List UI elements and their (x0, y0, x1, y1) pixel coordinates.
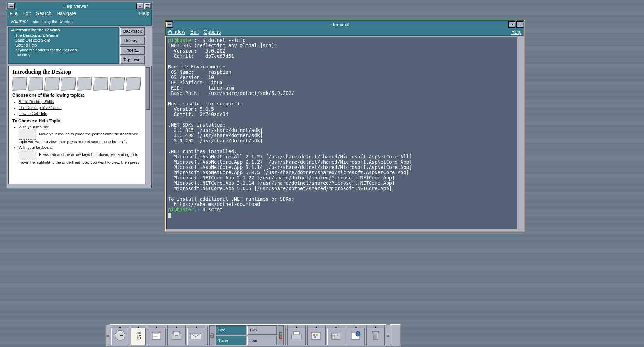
volume-value: Introducing the Desktop (32, 19, 73, 24)
prompt-path: ~ (197, 37, 199, 43)
window-menu-button[interactable] (166, 21, 173, 28)
menu-file[interactable]: File (10, 11, 18, 16)
printer-tray[interactable]: ▲ (287, 325, 306, 345)
printer-icon (290, 330, 303, 340)
menu-edit[interactable]: Edit (190, 29, 199, 35)
volume-bar: Volume: Introducing the Desktop (7, 17, 152, 26)
doc-icon-row (12, 77, 147, 90)
topic-item[interactable]: Getting Help (9, 43, 118, 48)
exit-button[interactable] (278, 325, 284, 345)
doc-link[interactable]: Basic Desktop Skills (19, 99, 54, 104)
appmanager-tray[interactable]: ▲ (327, 325, 345, 345)
info-icon: i (350, 330, 362, 341)
menu-window[interactable]: Window (168, 29, 185, 35)
keyboard-icon (19, 150, 36, 160)
svg-rect-12 (211, 335, 214, 337)
tray-arrow-icon[interactable]: ▲ (308, 325, 325, 328)
svg-rect-13 (279, 332, 282, 335)
topic-item[interactable]: Keyboard Shortcuts for the Desktop (9, 48, 118, 53)
svg-rect-29 (372, 331, 379, 333)
terminal-scrollbar[interactable] (517, 37, 523, 229)
helpviewer-titlebar[interactable]: Help Viewer (7, 2, 152, 10)
command-text: scrot (208, 207, 223, 212)
calendar-tray[interactable]: ▲ Jun 16 (131, 325, 146, 345)
toplevel-button[interactable]: Top Level (120, 56, 145, 64)
notes-icon (61, 77, 76, 90)
topic-root[interactable]: Introducing the Desktop (9, 28, 118, 33)
help-viewer-window: Help Viewer File Edit Search Navigate He… (6, 1, 153, 189)
panel-handle-left[interactable] (105, 324, 110, 346)
svg-point-20 (314, 336, 316, 338)
workspace-three[interactable]: Three (216, 336, 246, 345)
backtrack-button[interactable]: Backtrack (120, 27, 145, 36)
topic-tree[interactable]: Introducing the Desktop The Desktop at a… (8, 27, 119, 64)
trash-tray[interactable]: ▲ (366, 325, 385, 345)
printer-icon (28, 77, 43, 90)
window-menu-button[interactable] (8, 3, 15, 9)
terminal-output[interactable]: pi@buster:~ $ dotnet --info .NET SDK (re… (166, 37, 523, 229)
maximize-button[interactable] (516, 21, 523, 28)
svg-rect-23 (335, 334, 337, 336)
minimize-button[interactable] (508, 21, 515, 28)
doc-link[interactable]: The Desktop at a Glance (19, 105, 62, 110)
terminal-title: Terminal (173, 22, 508, 27)
tray-arrow-icon[interactable]: ▲ (111, 325, 129, 328)
mouse-icon (19, 129, 36, 140)
date-month: Jun (136, 330, 141, 334)
help-tray[interactable]: ▲ i (347, 325, 365, 345)
speaker-icon (12, 77, 27, 90)
menu-edit[interactable]: Edit (23, 11, 31, 16)
workspace-one[interactable]: One (216, 325, 246, 335)
minimize-button[interactable] (136, 3, 143, 9)
terminal-menubar: Window Edit Options Help (165, 28, 524, 36)
tray-arrow-icon[interactable]: ▲ (148, 325, 166, 328)
book-icon (77, 77, 92, 90)
maximize-button[interactable] (144, 3, 151, 9)
history-button[interactable]: History... (120, 37, 145, 45)
topic-item[interactable]: The Desktop at a Glance (9, 33, 118, 38)
helpviewer-menubar: File Edit Search Navigate Help (7, 10, 152, 17)
tray-arrow-icon[interactable]: ▲ (187, 325, 205, 328)
terminal-titlebar[interactable]: Terminal (165, 20, 524, 28)
index-button[interactable]: Index... (120, 46, 145, 55)
clock-tray[interactable]: ▲ (111, 325, 129, 345)
workspace-four[interactable]: Four (247, 336, 277, 345)
tray-arrow-icon[interactable]: ▲ (131, 325, 146, 328)
menu-options[interactable]: Options (204, 29, 221, 35)
trash-icon (371, 330, 380, 341)
help-scrollbar[interactable] (145, 66, 150, 184)
terminal-window: Terminal Window Edit Options Help pi@bus… (165, 20, 525, 232)
palette-icon (310, 330, 322, 341)
mail-tray[interactable]: ▲ (187, 325, 205, 345)
editor-tray[interactable]: ▲ (148, 325, 166, 345)
lock-button[interactable] (209, 325, 215, 345)
tray-arrow-icon[interactable]: ▲ (168, 325, 185, 328)
help-document[interactable]: Introducing the Desktop Choose one of th… (8, 66, 150, 184)
menu-search[interactable]: Search (36, 11, 52, 16)
step-text: Press Tab and the arrow keys (up, down, … (19, 152, 139, 164)
topic-item[interactable]: Basic Desktop Skills (9, 38, 118, 43)
doc-link[interactable]: How to Get Help (19, 111, 47, 116)
svg-rect-14 (279, 336, 282, 339)
workspace-two[interactable]: Two (247, 325, 277, 335)
svg-rect-24 (332, 336, 334, 339)
monitor-icon (93, 77, 108, 90)
prompt-path: ~ (197, 207, 199, 212)
menu-help[interactable]: Help (511, 29, 521, 35)
tray-arrow-icon[interactable]: ▲ (367, 325, 384, 328)
tray-arrow-icon[interactable]: ▲ (347, 325, 365, 328)
menu-navigate[interactable]: Navigate (56, 11, 76, 16)
command-text: dotnet --info (208, 37, 246, 43)
date-day: 16 (136, 334, 141, 341)
step-label: With your keyboard: (19, 145, 53, 150)
panel-handle-right[interactable] (386, 324, 390, 346)
svg-rect-9 (173, 331, 180, 335)
filemanager-tray[interactable]: ▲ (167, 325, 186, 345)
tray-arrow-icon[interactable]: ▲ (327, 325, 345, 328)
style-tray[interactable]: ▲ (307, 325, 326, 345)
tray-arrow-icon[interactable]: ▲ (288, 325, 305, 328)
toolbox-icon (330, 330, 342, 341)
menu-help[interactable]: Help (139, 11, 149, 16)
topic-item[interactable]: Glossary (9, 53, 118, 57)
doc-subheading: To Choose a Help Topic (12, 118, 147, 123)
